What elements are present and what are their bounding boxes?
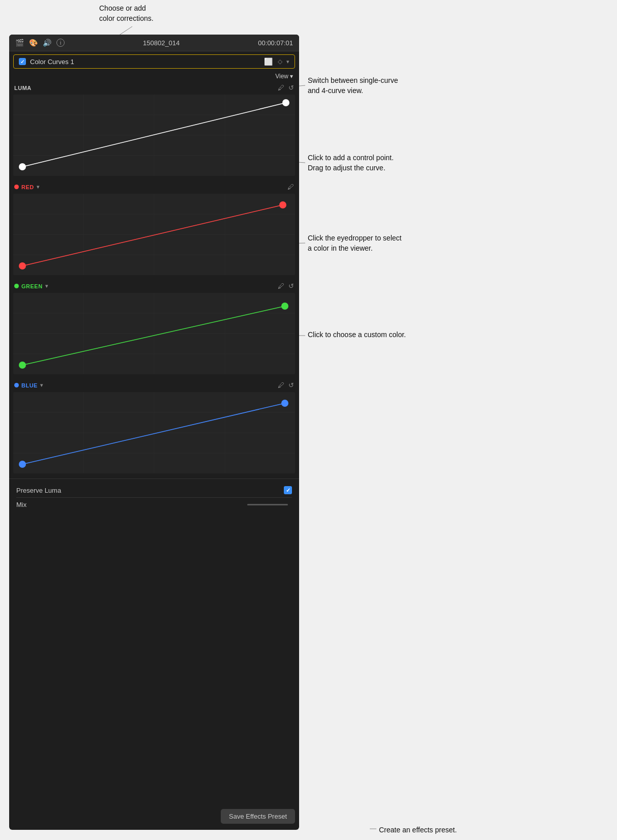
panel-header: 🎬 🎨 🔊 i 150802_014 00:00:07:01: [9, 35, 299, 51]
annotation-control-point: Click to add a control point. Drag to ad…: [308, 153, 394, 173]
red-eyedropper-icon[interactable]: 🖊: [287, 183, 294, 191]
save-effects-preset-button[interactable]: Save Effects Preset: [221, 809, 295, 824]
luma-label: LUMA: [14, 85, 278, 91]
effect-name: Color Curves 1: [30, 58, 264, 66]
green-curve-canvas[interactable]: [13, 293, 295, 374]
svg-point-40: [19, 461, 26, 468]
annotation-effects-preset: Create an effects preset.: [379, 825, 457, 835]
svg-point-22: [19, 262, 26, 269]
header-icons: 🎬 🎨 🔊 i: [15, 39, 65, 47]
luma-tools: 🖊 ↺: [278, 84, 294, 92]
preserve-luma-checkbox[interactable]: [284, 486, 292, 494]
green-curve-section: GREEN ▾ 🖊 ↺: [9, 280, 299, 378]
luma-curve-section: LUMA 🖊 ↺: [9, 82, 299, 180]
red-label: RED ▾: [14, 184, 287, 190]
effect-chevron-icon[interactable]: ▾: [286, 58, 289, 65]
blue-reset-icon[interactable]: ↺: [288, 381, 294, 389]
annotation-eyedropper: Click the eyedropper to select a color i…: [308, 233, 401, 254]
effect-row[interactable]: Color Curves 1 ⬜ ◇ ▾: [13, 54, 295, 69]
blue-curve-section: BLUE ▾ 🖊 ↺: [9, 379, 299, 477]
red-dot: [14, 185, 19, 189]
preserve-luma-label: Preserve Luma: [16, 487, 284, 494]
mix-row: Mix: [16, 498, 292, 512]
bottom-controls: Preserve Luma Mix: [9, 478, 299, 516]
annotation-color-corrections: Choose or add color corrections.: [99, 3, 154, 24]
blue-tools: 🖊 ↺: [278, 381, 294, 389]
view-button[interactable]: View ▾: [275, 73, 293, 80]
blue-curve-header: BLUE ▾ 🖊 ↺: [13, 379, 295, 391]
clip-name: 150802_014: [65, 39, 258, 47]
blue-eyedropper-icon[interactable]: 🖊: [278, 381, 284, 389]
keyframe-diamond-icon[interactable]: ◇: [278, 58, 282, 65]
audio-icon[interactable]: 🔊: [43, 39, 51, 47]
red-chevron-icon[interactable]: ▾: [37, 184, 40, 190]
timecode: 00:00:07:01: [258, 39, 293, 47]
green-reset-icon[interactable]: ↺: [288, 282, 294, 290]
red-curve-header: RED ▾ 🖊: [13, 181, 295, 193]
red-curve-section: RED ▾ 🖊: [9, 181, 299, 279]
green-tools: 🖊 ↺: [278, 282, 294, 290]
annotation-switch-view: Switch between single-curve and 4-curve …: [308, 75, 398, 96]
view-bar: View ▾: [9, 72, 299, 82]
green-curve-header: GREEN ▾ 🖊 ↺: [13, 280, 295, 292]
effect-enable-checkbox[interactable]: [19, 58, 26, 65]
mix-slider[interactable]: [247, 504, 288, 505]
luma-curve-header: LUMA 🖊 ↺: [13, 82, 295, 94]
luma-curve-canvas[interactable]: [13, 95, 295, 176]
luma-eyedropper-icon[interactable]: 🖊: [278, 84, 284, 92]
svg-line-30: [22, 306, 285, 365]
mix-label: Mix: [16, 501, 247, 508]
color-curves-panel: 🎬 🎨 🔊 i 150802_014 00:00:07:01 Color Cur…: [9, 35, 299, 830]
luma-reset-icon[interactable]: ↺: [288, 84, 294, 92]
svg-point-13: [19, 163, 26, 170]
annotation-custom-color: Click to choose a custom color.: [308, 329, 406, 340]
info-icon[interactable]: i: [56, 39, 65, 47]
svg-point-31: [19, 362, 26, 369]
view-button-label: View: [275, 73, 288, 80]
blue-curve-canvas[interactable]: [13, 392, 295, 473]
green-dot: [14, 284, 19, 288]
red-curve-canvas[interactable]: [13, 194, 295, 275]
green-eyedropper-icon[interactable]: 🖊: [278, 282, 284, 290]
svg-point-41: [281, 400, 288, 407]
svg-point-32: [281, 303, 288, 310]
color-icon[interactable]: 🎨: [29, 39, 38, 47]
film-icon[interactable]: 🎬: [15, 39, 24, 47]
monitor-icon[interactable]: ⬜: [264, 57, 273, 66]
red-tools: 🖊: [287, 183, 294, 191]
blue-chevron-icon[interactable]: ▾: [40, 382, 43, 388]
view-chevron-icon: ▾: [290, 73, 293, 80]
svg-point-23: [279, 201, 286, 208]
green-chevron-icon[interactable]: ▾: [45, 283, 48, 289]
green-label: GREEN ▾: [14, 283, 278, 289]
svg-point-14: [282, 99, 289, 106]
preserve-luma-row: Preserve Luma: [16, 483, 292, 498]
blue-dot: [14, 383, 19, 387]
blue-label: BLUE ▾: [14, 382, 278, 388]
